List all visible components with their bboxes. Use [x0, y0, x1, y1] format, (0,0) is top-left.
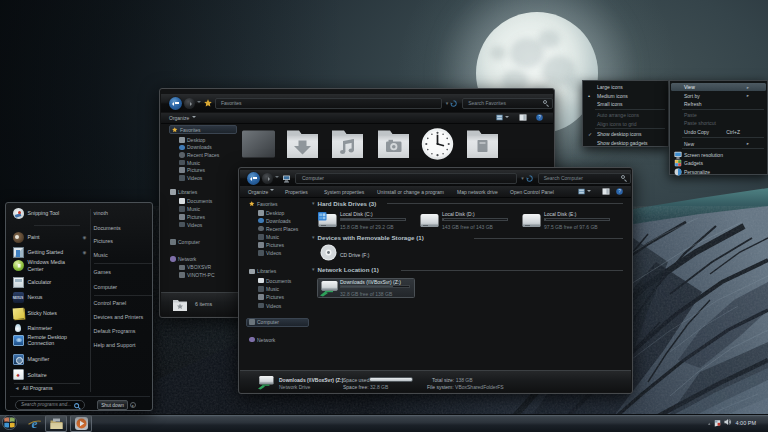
svg-text:e: e [32, 416, 38, 431]
svg-text:?: ? [618, 189, 621, 194]
svg-text:?: ? [538, 115, 541, 120]
